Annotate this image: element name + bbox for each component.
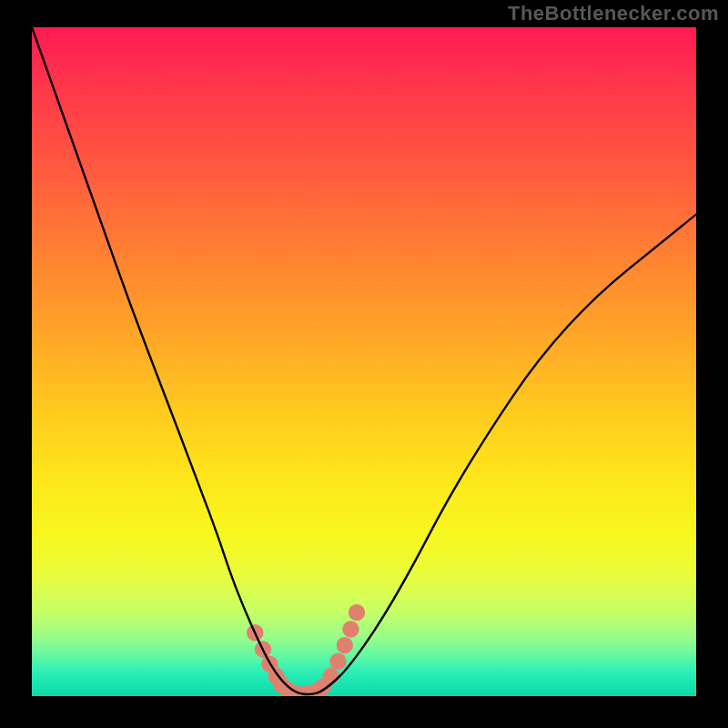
highlight-markers xyxy=(247,604,365,696)
highlight-dot xyxy=(337,637,353,653)
curve-line xyxy=(32,27,696,694)
chart-frame: TheBottlenecker.com xyxy=(0,0,728,728)
highlight-dot xyxy=(349,604,365,621)
plot-svg xyxy=(32,27,696,696)
watermark-text: TheBottlenecker.com xyxy=(508,2,719,25)
highlight-dot xyxy=(342,621,359,637)
highlight-dot xyxy=(329,653,346,670)
highlight-dot xyxy=(322,668,339,684)
